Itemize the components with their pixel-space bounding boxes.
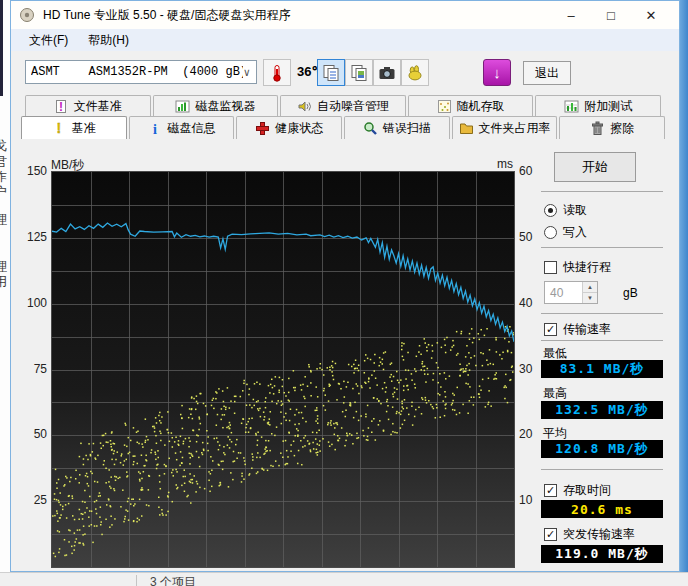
magnifier-icon — [363, 121, 378, 136]
background-statusbar: 3 个项目 — [0, 572, 688, 586]
info-icon: i — [148, 121, 163, 136]
write-radio[interactable]: 写入 — [544, 224, 587, 241]
burst-rate-display: 119.0 MB/秒 — [541, 545, 663, 563]
benchmark-chart — [51, 171, 515, 568]
read-radio[interactable]: 读取 — [544, 202, 587, 219]
separator — [541, 191, 663, 192]
axis-tick-label: 10 — [519, 493, 545, 507]
copy-image-button[interactable] — [345, 59, 373, 86]
tab-label: 文件基准 — [74, 98, 122, 115]
axis-tick-label: 50 — [19, 427, 47, 441]
max-speed-display: 132.5 MB/秒 — [541, 401, 663, 419]
tab-health[interactable]: 健康状态 — [236, 116, 342, 139]
axis-tick-label: 25 — [19, 493, 47, 507]
tab-random-access[interactable]: 随机存取 — [408, 95, 534, 116]
checkbox-icon — [544, 261, 557, 274]
tab-error-scan[interactable]: 错误扫描 — [344, 116, 450, 139]
checkbox-label: 传输速率 — [563, 321, 611, 338]
spin-down-button[interactable]: ▼ — [583, 292, 597, 303]
tab-label: 随机存取 — [457, 98, 505, 115]
tab-auto-acoustic[interactable]: 自动噪音管理 — [280, 95, 406, 116]
close-button[interactable]: ✕ — [631, 2, 671, 28]
axis-tick-label: 75 — [19, 362, 47, 376]
axis-tick-label: 125 — [19, 230, 47, 244]
copy-text-icon — [322, 64, 340, 82]
camera-icon — [378, 64, 396, 82]
radio-icon — [544, 226, 557, 239]
tab-label: 擦除 — [610, 120, 634, 137]
tab-folder-usage[interactable]: 文件夹占用率 — [452, 116, 558, 139]
minimize-button[interactable]: – — [551, 2, 591, 28]
spin-value: 40 — [545, 282, 582, 303]
transfer-rate-checkbox[interactable]: ✓ 传输速率 — [544, 321, 611, 338]
right-axis-title: ms — [471, 157, 513, 171]
separator — [541, 340, 663, 341]
access-time-checkbox[interactable]: ✓ 存取时间 — [544, 482, 611, 499]
chevron-down-icon: ∨ — [243, 66, 250, 79]
app-icon — [19, 7, 35, 23]
thermometer-icon — [268, 64, 286, 82]
svg-text:!: ! — [59, 99, 63, 113]
statusbar-divider — [136, 575, 137, 586]
radio-label: 读取 — [563, 202, 587, 219]
max-label: 最高 — [543, 385, 567, 402]
window-title: HD Tune 专业版 5.50 - 硬盘/固态硬盘实用程序 — [43, 7, 290, 24]
tab-label: 磁盘信息 — [168, 120, 216, 137]
tab-label: 健康状态 — [275, 120, 323, 137]
menu-bar: 文件(F) 帮助(H) — [11, 29, 679, 51]
folder-icon — [459, 121, 474, 136]
background-window-text: 用 — [0, 273, 7, 291]
exit-button[interactable]: 退出 — [523, 61, 571, 85]
axis-tick-label: 30 — [519, 362, 545, 376]
axis-tick-label: 60 — [519, 164, 545, 178]
tab-erase[interactable]: 擦除 — [559, 116, 665, 139]
maximize-button[interactable]: □ — [591, 2, 631, 28]
checkbox-icon: ✓ — [544, 484, 557, 497]
separator — [541, 469, 663, 470]
axis-tick-label: 100 — [19, 296, 47, 310]
size-unit-label: gB — [623, 286, 638, 300]
tab-label: 附加测试 — [584, 98, 632, 115]
spin-up-button[interactable]: ▲ — [583, 282, 597, 292]
burst-rate-checkbox[interactable]: ✓ 突发传输速率 — [544, 526, 635, 543]
down-arrow-icon: ↓ — [493, 64, 501, 81]
tab-label: 错误扫描 — [383, 120, 431, 137]
tab-disk-info[interactable]: i 磁盘信息 — [129, 116, 235, 139]
axis-tick-label: 50 — [519, 230, 545, 244]
svg-text:i: i — [153, 121, 157, 136]
tab-row-primary: ! 基准 i 磁盘信息 健康状态 错误扫描 文件夹占用率 — [21, 116, 665, 139]
menu-help[interactable]: 帮助(H) — [78, 29, 139, 51]
temperature-button[interactable] — [263, 59, 291, 86]
access-time-display: 20.6 ms — [541, 500, 663, 518]
svg-text:!: ! — [56, 121, 61, 136]
update-button[interactable]: ↓ — [483, 59, 511, 86]
background-window-text: 理 — [0, 211, 7, 229]
tab-disk-monitor[interactable]: 磁盘监视器 — [153, 95, 279, 116]
checkbox-label: 存取时间 — [563, 482, 611, 499]
tab-extra-tests[interactable]: 附加测试 — [535, 95, 661, 116]
donate-button[interactable] — [401, 59, 429, 86]
background-window-right — [680, 0, 688, 586]
copy-report-button[interactable] — [317, 59, 345, 86]
hand-icon — [406, 64, 424, 82]
tab-label: 文件夹占用率 — [479, 120, 551, 137]
tab-file-benchmark[interactable]: ! 文件基准 — [25, 95, 151, 116]
screenshot-button[interactable] — [373, 59, 401, 86]
drive-select-dropdown[interactable]: ASMT ASM1352R-PM (4000 gB) ∨ — [25, 60, 257, 84]
toolbar: ASMT ASM1352R-PM (4000 gB) ∨ 36℃ — [11, 51, 679, 93]
tab-row-secondary: ! 文件基准 磁盘监视器 自动噪音管理 随机存取 附加测试 — [25, 95, 661, 116]
separator — [541, 247, 663, 248]
tab-label: 磁盘监视器 — [195, 98, 255, 115]
tab-benchmark[interactable]: ! 基准 — [21, 116, 127, 139]
checkbox-icon: ✓ — [544, 323, 557, 336]
short-stroke-checkbox[interactable]: 快捷行程 — [544, 259, 611, 276]
health-cross-icon — [255, 121, 270, 136]
hdtune-window: HD Tune 专业版 5.50 - 硬盘/固态硬盘实用程序 – □ ✕ 文件(… — [10, 0, 680, 572]
background-dark-edge — [0, 0, 3, 96]
disk-monitor-icon — [175, 99, 190, 114]
drive-select-value: ASMT ASM1352R-PM (4000 gB) — [31, 65, 243, 79]
short-stroke-size-input[interactable]: 40 ▲ ▼ — [544, 281, 598, 304]
checkbox-label: 快捷行程 — [563, 259, 611, 276]
menu-file[interactable]: 文件(F) — [19, 29, 78, 51]
start-button[interactable]: 开始 — [554, 152, 636, 182]
